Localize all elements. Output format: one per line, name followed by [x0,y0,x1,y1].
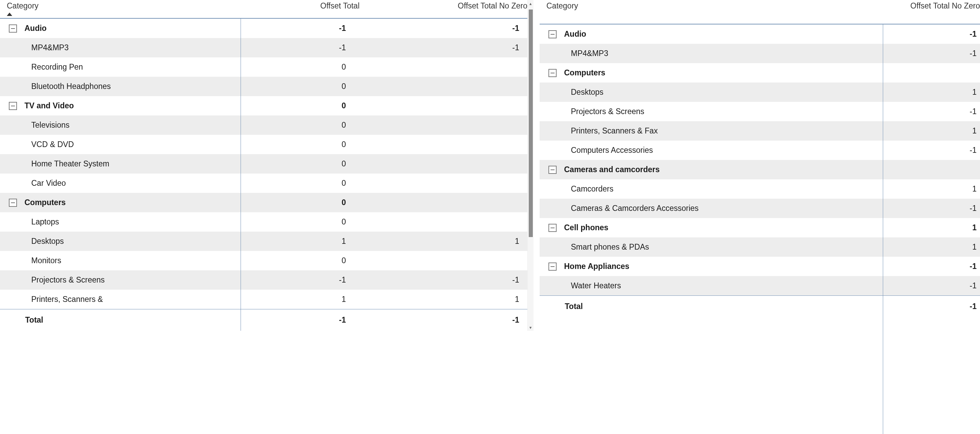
row-label: Cell phones [539,223,882,232]
group-row[interactable]: Audio-1 [539,24,980,44]
cell-offset-total-no-zero: -1 [346,43,519,52]
matrix-right: Category Offset Total No Zero Audio-1MP4… [539,0,980,434]
row-label: Recording Pen [0,62,240,72]
group-row[interactable]: Computers [539,63,980,82]
table-row[interactable]: Desktops11 [0,231,527,251]
table-row[interactable]: Camcorders1 [539,179,980,199]
table-row[interactable]: Desktops1 [539,82,980,102]
table-row[interactable]: Smart phones & PDAs1 [539,238,980,257]
cell-offset-total: 0 [240,256,346,265]
table-row[interactable]: Laptops0 [0,212,527,231]
collapse-icon[interactable] [9,24,17,33]
total-row: Total -1 -1 [0,309,527,331]
column-header-offset-total-no-zero[interactable]: Offset Total No Zero [360,2,527,11]
table-row[interactable]: Water Heaters-1 [539,276,980,295]
cell-offset-total-no-zero: 1 [346,295,519,304]
cell-offset-total-no-zero: 1 [882,242,977,252]
matrix-right-body: Audio-1MP4&MP3-1ComputersDesktops1Projec… [539,24,980,434]
table-row[interactable]: Printers, Scanners & Fax1 [539,121,980,141]
vertical-scrollbar[interactable]: ▴ ▾ [527,0,533,331]
table-row[interactable]: Home Theater System0 [0,154,527,174]
total-value-1: -1 [240,315,346,325]
cell-offset-total-no-zero: -1 [882,146,977,155]
row-label: MP4&MP3 [0,43,240,52]
table-row[interactable]: Bluetooth Headphones0 [0,77,527,96]
group-row[interactable]: TV and Video0 [0,96,527,116]
scroll-down-icon[interactable]: ▾ [528,324,533,331]
table-row[interactable]: Projectors & Screens-1-1 [0,270,527,290]
row-label: Televisions [0,120,240,130]
cell-offset-total: 0 [240,159,346,168]
row-label: Desktops [539,88,882,97]
table-row[interactable]: Printers, Scanners &11 [0,290,527,309]
row-label: Laptops [0,217,240,227]
scroll-up-icon[interactable]: ▴ [528,0,533,7]
scrollbar-thumb[interactable] [529,10,533,237]
cell-offset-total: 0 [240,101,346,110]
collapse-icon[interactable] [9,102,17,110]
cell-offset-total-no-zero: -1 [882,204,977,213]
cell-offset-total: 0 [240,217,346,227]
total-label: Total [0,315,240,325]
row-label: Smart phones & PDAs [539,242,882,252]
table-row[interactable]: MP4&MP3-1-1 [0,38,527,57]
row-label: Computers Accessories [539,146,882,155]
cell-offset-total: 0 [240,120,346,130]
group-row[interactable]: Cell phones1 [539,218,980,238]
collapse-icon[interactable] [549,224,557,232]
row-label: VCD & DVD [0,140,240,149]
column-header-offset-total-no-zero[interactable]: Offset Total No Zero [889,2,980,11]
table-row[interactable]: MP4&MP3-1 [539,44,980,63]
collapse-icon[interactable] [9,199,17,207]
row-label: Water Heaters [539,281,882,290]
group-row[interactable]: Cameras and camcorders [539,160,980,179]
table-row[interactable]: Recording Pen0 [0,57,527,77]
cell-offset-total: 0 [240,62,346,72]
cell-offset-total-no-zero: -1 [882,30,977,39]
sort-ascending-icon[interactable] [7,13,12,16]
group-row[interactable]: Home Appliances-1 [539,257,980,276]
cell-offset-total: 0 [240,82,346,91]
cell-offset-total: 0 [240,198,346,207]
table-row[interactable]: Monitors0 [0,251,527,270]
table-row[interactable]: Projectors & Screens-1 [539,102,980,121]
cell-offset-total-no-zero: 1 [346,237,519,246]
table-row[interactable]: Televisions0 [0,116,527,135]
cell-offset-total: -1 [240,24,346,33]
table-row[interactable]: Car Video0 [0,174,527,193]
cell-offset-total: 0 [240,140,346,149]
total-value-2: -1 [346,315,519,325]
cell-offset-total-no-zero: 1 [882,223,977,232]
row-label: Monitors [0,256,240,265]
row-label: Audio [0,24,240,33]
group-row[interactable]: Audio-1-1 [0,19,527,38]
collapse-icon[interactable] [549,69,557,77]
table-row[interactable]: Cameras & Camcorders Accessories-1 [539,199,980,218]
column-header-offset-total[interactable]: Offset Total [254,2,360,11]
cell-offset-total: -1 [240,276,346,285]
collapse-icon[interactable] [549,166,557,174]
collapse-icon[interactable] [549,263,557,271]
matrix-left: Category Offset Total Offset Total No Ze… [0,0,533,434]
table-row[interactable]: Computers Accessories-1 [539,141,980,160]
table-row[interactable]: VCD & DVD0 [0,135,527,154]
cell-offset-total-no-zero: 1 [882,126,977,136]
row-label: Printers, Scanners & Fax [539,126,882,136]
column-header-category[interactable]: Category [7,2,247,11]
cell-offset-total-no-zero: -1 [882,49,977,58]
group-row[interactable]: Computers0 [0,193,527,212]
total-row: Total -1 [539,295,980,317]
row-label: Desktops [0,237,240,246]
row-label: Computers [539,68,882,78]
collapse-icon[interactable] [549,30,557,38]
cell-offset-total-no-zero: -1 [882,107,977,116]
row-label: Home Theater System [0,159,240,168]
column-header-category[interactable]: Category [546,2,889,11]
cell-offset-total-no-zero: -1 [346,276,519,285]
panel-gap [533,0,539,434]
cell-offset-total-no-zero: 1 [882,184,977,193]
row-label: Bluetooth Headphones [0,82,240,91]
row-label: TV and Video [0,101,240,110]
total-label: Total [539,302,882,311]
cell-offset-total: -1 [240,43,346,52]
